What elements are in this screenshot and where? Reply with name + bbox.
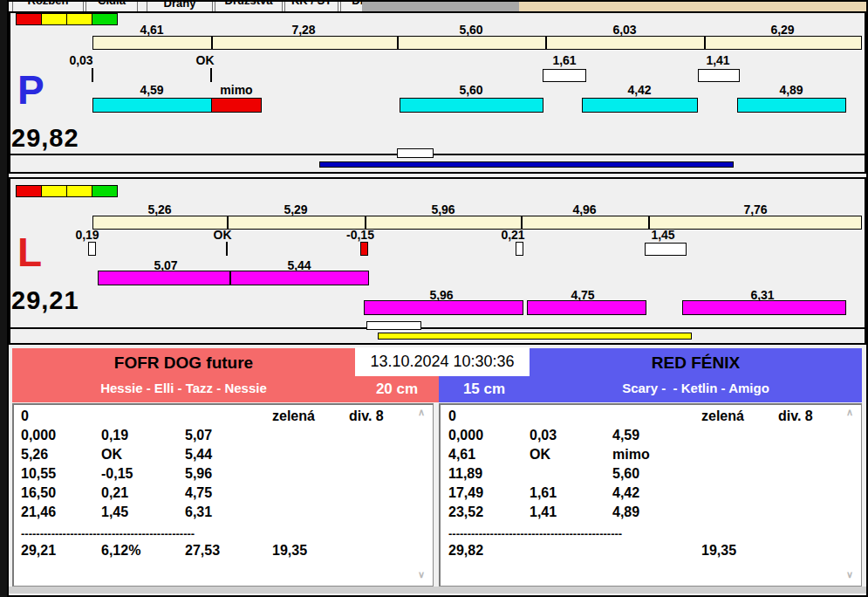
lane-l-segment-label: 7,76 <box>721 202 790 216</box>
summary-percent: 6,12% <box>101 543 140 559</box>
lane-p-time-bar <box>737 98 846 113</box>
table-separator: ----------------------------------------… <box>448 527 622 540</box>
lane-l-time-bar <box>527 300 646 315</box>
table-cell: 6,31 <box>185 504 212 520</box>
lane-l-light-red <box>16 185 42 197</box>
lane-l-time-bar <box>364 300 523 315</box>
table-cell: 23,52 <box>448 504 483 520</box>
table-cell: 21,46 <box>21 504 56 520</box>
summary-ref: 19,35 <box>272 543 307 559</box>
lane-p-marker-label: OK <box>170 53 240 67</box>
lane-p-segment-label: 6,03 <box>590 23 660 37</box>
table-cell: 4,89 <box>612 504 639 520</box>
lane-p-marker-label: 1,61 <box>530 53 599 67</box>
table-cell: 16,50 <box>21 485 56 501</box>
table-cell: 4,59 <box>612 428 639 443</box>
lane-p-bar-label: mimo <box>202 83 271 97</box>
lane-l-marker-label: 0,19 <box>52 228 122 242</box>
table-cell: 10,55 <box>21 466 56 482</box>
table-cell: OK <box>530 447 550 463</box>
team-left-header: FOFR DOG future Hessie - Elli - Tazz - N… <box>12 348 355 402</box>
team-right-height: 15 cm <box>439 376 530 402</box>
table-cell: OK <box>101 447 122 463</box>
lane-p-light-yellow2 <box>66 13 92 25</box>
scroll-down-icon[interactable]: ∨ <box>846 569 853 580</box>
lane-p-time-bar <box>582 98 698 113</box>
table-cell: 4,75 <box>185 485 212 501</box>
lane-l-light-yellow1 <box>41 185 67 197</box>
marker-tick <box>210 68 212 82</box>
tab-kk-st[interactable]: KK / ST <box>284 0 338 11</box>
lane-p-segment-label: 6,29 <box>748 23 817 37</box>
marker-box-narrow <box>88 242 96 256</box>
table-cell: 0,03 <box>530 428 557 443</box>
lane-l-progress-bar <box>378 333 692 340</box>
background-window-edge <box>0 0 7 597</box>
lane-l-time-bar <box>230 271 369 285</box>
lane-p-marker-label: 0,03 <box>46 53 116 67</box>
lane-p-letter: P <box>17 70 44 110</box>
lane-l-segment-label: 5,96 <box>408 202 478 216</box>
lane-p-segment-label: 7,28 <box>269 23 338 37</box>
lane-p-light-yellow1 <box>41 13 67 25</box>
marker-box <box>645 243 687 256</box>
lane-l-segment-label: 5,26 <box>125 202 195 216</box>
team-left-results-table[interactable]: 0 zelená div. 8 0,000 0,19 5,07 5,26 OK … <box>12 403 434 587</box>
lane-l-light-yellow2 <box>66 185 92 197</box>
table-cell: 17,49 <box>448 485 483 501</box>
lane-l-marker-label: -0,15 <box>325 228 395 242</box>
lane-l-time-bar <box>682 300 846 315</box>
marker-box <box>543 69 586 82</box>
lane-l-segment-label: 5,29 <box>261 202 331 216</box>
table-cell: 1,45 <box>101 504 128 520</box>
lane-l-marker-label: OK <box>188 228 257 242</box>
marker-box-fault <box>360 242 368 256</box>
table-cell: 4,61 <box>448 447 475 463</box>
table-cell: 1,41 <box>530 504 557 520</box>
lane-p-baseline <box>10 154 865 155</box>
team-right-results-table[interactable]: 0 zelená div. 8 0,000 0,03 4,59 4,61 OK … <box>439 403 862 587</box>
team-left-dogs: Hessie - Elli - Tazz - Nessie <box>12 381 355 395</box>
scale-divider <box>545 36 547 50</box>
tab-bar: Rozběh Čidla Dráhy Družstva KK / ST DL <box>9 0 362 11</box>
marker-tick <box>226 242 228 256</box>
lane-l-baseline <box>10 327 865 329</box>
lane-l-time-bar <box>98 271 230 285</box>
summary-total: 29,82 <box>448 543 483 559</box>
tab-dl[interactable]: DL <box>340 0 362 11</box>
lane-p-bar-label: 4,89 <box>756 83 826 97</box>
lane-l-segment-label: 4,96 <box>550 202 619 216</box>
marker-tick <box>92 68 93 82</box>
team-left-name: FOFR DOG future <box>12 353 355 373</box>
lane-p-fault-bar <box>211 98 262 113</box>
scroll-up-icon[interactable]: ∧ <box>418 407 425 418</box>
tab-druzstva[interactable]: Družstva <box>215 0 283 11</box>
table-cell: -0,15 <box>101 466 133 482</box>
lane-l-letter: L <box>17 232 42 272</box>
table-cell: mimo <box>612 447 650 463</box>
table-cell: 5,60 <box>612 466 639 482</box>
lane-p-total-time: 29,82 <box>11 124 79 153</box>
table-cell: 5,44 <box>185 447 212 463</box>
table-cell: 5,96 <box>185 466 212 482</box>
tab-cidla[interactable]: Čidla <box>85 0 138 11</box>
lane-l-light-green <box>92 185 118 197</box>
lane-p-progress-marker <box>397 148 434 158</box>
summary-ref: 19,35 <box>701 543 736 559</box>
scroll-down-icon[interactable]: ∨ <box>418 569 425 580</box>
lane-p-bar-label: 4,59 <box>117 83 187 97</box>
window-bottom-strip <box>9 587 866 594</box>
lane-l-progress-marker <box>366 321 421 330</box>
tab-rozbeh[interactable]: Rozběh <box>12 0 84 11</box>
lane-l-marker-label: 1,45 <box>628 228 698 242</box>
lane-p-time-bar <box>400 98 543 113</box>
tab-drahy[interactable]: Dráhy <box>147 0 213 11</box>
marker-box-narrow <box>516 242 523 256</box>
scale-divider <box>397 36 399 50</box>
summary-total: 29,21 <box>21 543 56 559</box>
lane-p-bar-label: 5,60 <box>436 83 506 97</box>
app-window: Rozběh Čidla Dráhy Družstva KK / ST DL 4… <box>0 0 868 597</box>
team-right-name: RED FÉNIX <box>530 353 862 373</box>
scroll-up-icon[interactable]: ∧ <box>846 407 853 418</box>
division-value: div. 8 <box>778 408 813 424</box>
